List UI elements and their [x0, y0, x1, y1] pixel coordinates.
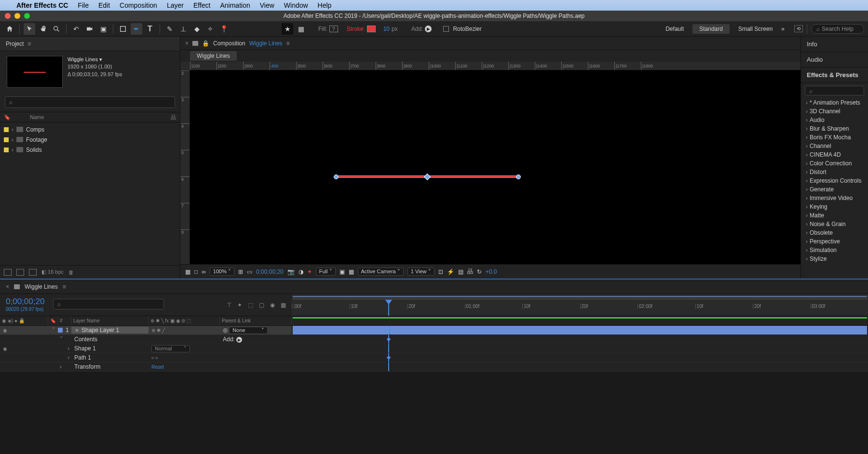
parent-column[interactable]: Parent & Link — [220, 316, 292, 325]
add-menu-icon[interactable]: ▶ — [425, 26, 432, 32]
rotobezier-checkbox[interactable] — [443, 26, 449, 32]
path-ops-icon[interactable]: ≈ ≈ — [151, 355, 158, 361]
fast-preview-icon[interactable]: ⚡ — [447, 268, 454, 275]
show-channel-icon[interactable]: ◑ — [298, 268, 303, 275]
camera-tool-icon[interactable] — [84, 23, 95, 35]
pen-tool-icon[interactable]: ✒ — [131, 23, 142, 35]
info-panel-header[interactable]: Info — [801, 37, 868, 52]
effects-search-input[interactable]: ⌕ — [805, 86, 864, 95]
workspace-small-screen[interactable]: Small Screen — [732, 24, 779, 34]
snapshot-icon[interactable]: 📷 — [287, 268, 295, 275]
reset-link[interactable]: Reset — [151, 364, 164, 370]
audio-panel-header[interactable]: Audio — [801, 52, 868, 67]
timecode-display[interactable]: 0;00;00;20 — [256, 268, 284, 275]
app-name[interactable]: After Effects CC — [16, 1, 68, 9]
fx-item[interactable]: Perspective — [801, 237, 868, 246]
lock-icon[interactable]: 🔒 — [202, 40, 209, 47]
home-icon[interactable] — [4, 23, 15, 35]
fx-item[interactable]: 3D Channel — [801, 107, 868, 116]
shy-icon[interactable]: ⬚ — [248, 302, 253, 308]
layer-row[interactable]: ◉ ˅1 ★Shape Layer 1 ⊕ ✱ ╱ ◎ None˅ — [0, 326, 292, 335]
eraser-tool-icon[interactable]: ◆ — [191, 23, 203, 35]
fx-item[interactable]: Immersive Video — [801, 194, 868, 202]
menu-composition[interactable]: Composition — [120, 1, 157, 9]
project-tree[interactable]: ›Comps ›Footage ›Solids — [0, 122, 180, 265]
fx-item[interactable]: CINEMA 4D — [801, 150, 868, 159]
path-row[interactable]: › Path 1 ≈ ≈ — [0, 353, 292, 362]
flowchart-icon[interactable]: 品 — [467, 267, 473, 276]
fx-item[interactable]: Blur & Sharpen — [801, 124, 868, 133]
layer-name-column[interactable]: Layer Name — [71, 316, 149, 325]
layer-bar[interactable] — [293, 326, 867, 335]
snapping-icon[interactable]: ▦ — [295, 23, 307, 35]
roto-brush-tool-icon[interactable]: ✧ — [204, 23, 216, 35]
pan-behind-tool-icon[interactable]: ▣ — [97, 23, 109, 35]
color-mgmt-icon[interactable]: ✦ — [307, 268, 312, 275]
folder-footage[interactable]: ›Footage — [0, 134, 180, 145]
menu-view[interactable]: View — [260, 1, 274, 9]
fx-item[interactable]: Expression Controls — [801, 176, 868, 185]
new-comp-icon[interactable] — [29, 269, 37, 276]
flowchart-tab[interactable]: Wiggle Lines — [190, 51, 237, 61]
folder-solids[interactable]: ›Solids — [0, 145, 180, 155]
fx-item[interactable]: Boris FX Mocha — [801, 133, 868, 142]
workspace-overflow-icon[interactable]: » — [781, 26, 785, 32]
menu-animation[interactable]: Animation — [220, 1, 250, 9]
selection-tool-icon[interactable] — [24, 23, 35, 35]
folder-column-icon[interactable]: 品 — [171, 114, 176, 121]
effects-list[interactable]: * Animation Presets 3D Channel Audio Blu… — [801, 98, 868, 279]
comp-tab-name[interactable]: Wiggle Lines — [249, 40, 283, 47]
interpret-footage-icon[interactable] — [4, 269, 12, 276]
composition-viewer[interactable] — [190, 70, 800, 264]
view-layout-select[interactable]: 1 View ˅ — [407, 267, 434, 276]
menu-effect[interactable]: Effect — [193, 1, 211, 9]
timeline-tab-name[interactable]: Wiggle Lines — [25, 283, 58, 290]
blend-mode-select[interactable]: Normal˅ — [151, 345, 190, 352]
fx-item[interactable]: Noise & Grain — [801, 220, 868, 228]
fx-item[interactable]: Simulation — [801, 246, 868, 254]
vr-icon[interactable]: ∞ — [202, 268, 206, 275]
stroke-width[interactable]: 10 — [383, 26, 390, 32]
visibility-icon[interactable]: ◉ — [3, 346, 7, 351]
fx-item[interactable]: Audio — [801, 116, 868, 124]
comp-mini-flowchart-icon[interactable]: ⊤ — [227, 302, 231, 308]
frame-blend-icon[interactable]: ▢ — [259, 302, 264, 308]
close-tab-icon[interactable]: × — [185, 40, 189, 47]
shape-row[interactable]: ◉ › Shape 1 Normal˅ — [0, 344, 292, 353]
puppet-tool-icon[interactable]: 📍 — [218, 23, 230, 35]
roi-icon[interactable]: ▣ — [339, 268, 345, 275]
draft3d-icon[interactable]: ✦ — [237, 302, 242, 308]
visibility-icon[interactable]: ◉ — [3, 328, 7, 333]
playhead[interactable] — [388, 300, 389, 316]
panel-menu-icon[interactable]: ≡ — [63, 283, 66, 290]
transform-row[interactable]: › Transform Reset — [0, 362, 292, 372]
fx-item[interactable]: Keying — [801, 202, 868, 211]
fx-item[interactable]: Stylize — [801, 254, 868, 263]
trash-icon[interactable]: 🗑 — [68, 269, 74, 275]
fx-item[interactable]: * Animation Presets — [801, 98, 868, 107]
timeline-search-input[interactable]: ⌕ — [53, 299, 164, 309]
fx-item[interactable]: Matte — [801, 211, 868, 220]
folder-comps[interactable]: ›Comps — [0, 124, 180, 134]
work-area-bar[interactable] — [293, 296, 867, 300]
guides-icon[interactable]: ▭ — [247, 268, 252, 275]
close-timeline-tab-icon[interactable]: × — [6, 283, 9, 290]
rectangle-tool-icon[interactable] — [117, 23, 129, 35]
camera-select[interactable]: Active Camera ˅ — [358, 267, 404, 276]
exposure-value[interactable]: +0.0 — [486, 268, 497, 275]
parent-select[interactable]: None˅ — [229, 327, 268, 334]
menu-help[interactable]: Help — [318, 1, 332, 9]
toggle-alpha-icon[interactable]: ▦ — [185, 268, 190, 275]
graph-editor-icon[interactable]: ▦ — [281, 302, 286, 308]
fx-item[interactable]: Generate — [801, 185, 868, 194]
fx-item[interactable]: Channel — [801, 142, 868, 150]
resolution-select[interactable]: Full ˅ — [316, 267, 336, 276]
pickwhip-icon[interactable]: ◎ — [223, 327, 228, 334]
fx-item[interactable]: Distort — [801, 168, 868, 176]
sync-icon[interactable]: ⟲ — [794, 25, 803, 32]
contents-row[interactable]: ˅ Contents Add: ▶ — [0, 335, 292, 344]
zoom-select[interactable]: 100% ˅ — [210, 267, 234, 276]
panel-menu-icon[interactable]: ≡ — [27, 40, 31, 47]
toggle-mask-icon[interactable]: □ — [194, 268, 198, 275]
comp-name[interactable]: Wiggle Lines ▾ — [68, 56, 122, 63]
